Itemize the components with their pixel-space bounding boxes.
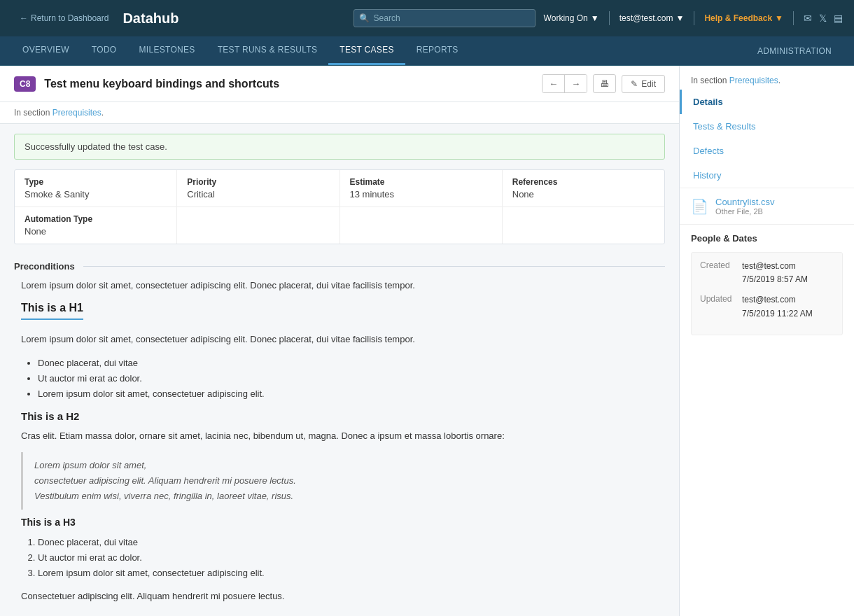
case-nav-arrows: ← → [542, 74, 587, 93]
search-icon: 🔍 [359, 13, 370, 23]
automation-cell: Automation Type None [15, 207, 177, 244]
nav-reports[interactable]: REPORTS [405, 36, 470, 65]
nav-todo[interactable]: TODO [80, 36, 128, 65]
return-dashboard-link[interactable]: ← Return to Dashboard [20, 13, 108, 23]
chevron-down-icon: ▼ [775, 13, 783, 23]
created-info: test@test.com 7/5/2019 8:57 AM [742, 260, 808, 286]
ordered-list: Donec placerat, dui vitae Ut auctor mi e… [21, 535, 658, 581]
case-id-badge: C8 [14, 76, 36, 92]
heading-1: This is a H1 [21, 302, 83, 320]
list-item: Ut auctor mi erat ac dolor. [38, 371, 658, 386]
top-bar: ← Return to Dashboard Datahub 🔍 Working … [0, 0, 854, 36]
help-feedback-button[interactable]: Help & Feedback ▼ [704, 13, 783, 23]
nav-bar: OVERVIEW TODO MILESTONES TEST RUNS & RES… [0, 36, 854, 66]
people-dates-title: People & Dates [691, 233, 843, 244]
section-link[interactable]: Prerequisites [52, 108, 102, 118]
created-row: Created test@test.com 7/5/2019 8:57 AM [700, 260, 834, 286]
updated-date: 7/5/2019 11:22 AM [742, 307, 813, 321]
nav-test-runs[interactable]: TEST RUNS & RESULTS [206, 36, 329, 65]
file-name[interactable]: Countrylist.csv [715, 197, 775, 207]
nav-test-cases[interactable]: TEST CASES [328, 36, 405, 65]
list-item: Donec placerat, dui vitae [38, 535, 658, 550]
main-layout: C8 Test menu keyboard bindings and short… [0, 66, 854, 616]
heading-2: This is a H2 [21, 410, 658, 422]
created-label: Created [700, 260, 742, 286]
references-label: References [512, 177, 654, 187]
sidebar-nav: Details Tests & Results Defects History [680, 90, 854, 188]
next-case-button[interactable]: → [565, 75, 587, 92]
automation-value: None [24, 226, 167, 237]
rss-icon[interactable]: ▤ [834, 13, 843, 24]
sidebar-nav-history[interactable]: History [680, 163, 854, 188]
print-button[interactable]: 🖶 [593, 74, 616, 93]
file-info: Countrylist.csv Other File, 2B [715, 197, 775, 216]
empty-cell-2 [340, 207, 503, 244]
updated-info: test@test.com 7/5/2019 11:22 AM [742, 293, 813, 320]
type-value: Smoke & Sanity [24, 189, 167, 200]
para-2: Lorem ipsum dolor sit amet, consectetuer… [21, 332, 658, 347]
list-item: Ut auctor mi erat ac dolor. [38, 550, 658, 566]
content-body: Lorem ipsum dolor sit amet, consectetuer… [0, 279, 679, 616]
arrow-left-icon: ← [20, 13, 28, 23]
type-label: Type [24, 177, 167, 187]
content-area: C8 Test menu keyboard bindings and short… [0, 66, 679, 616]
list-item: Donec placerat, dui vitae [38, 356, 658, 371]
automation-label: Automation Type [24, 214, 167, 224]
updated-row: Updated test@test.com 7/5/2019 11:22 AM [700, 293, 834, 320]
working-on-button[interactable]: Working On ▼ [544, 13, 599, 23]
details-row-2: Automation Type None [15, 207, 664, 244]
blockquote: Lorem ipsum dolor sit amet, consectetuer… [21, 452, 658, 510]
sidebar-section-link[interactable]: Prerequisites [729, 76, 778, 85]
references-cell: References None [503, 170, 664, 206]
user-menu-button[interactable]: test@test.com ▼ [620, 13, 685, 23]
sidebar: In section Prerequisites. Details Tests … [679, 66, 854, 616]
logo: Datahub [122, 10, 178, 27]
created-date: 7/5/2019 8:57 AM [742, 273, 808, 286]
chevron-down-icon: ▼ [591, 13, 599, 23]
edit-icon: ✎ [631, 79, 638, 89]
nav-milestones[interactable]: MILESTONES [128, 36, 206, 65]
nav-overview[interactable]: OVERVIEW [11, 36, 80, 65]
sidebar-nav-defects[interactable]: Defects [680, 139, 854, 163]
priority-cell: Priority Critical [177, 170, 340, 206]
heading-3: This is a H3 [21, 517, 658, 528]
top-right: Working On ▼ test@test.com ▼ Help & Feed… [544, 11, 843, 25]
edit-button[interactable]: ✎ Edit [622, 75, 665, 93]
list-item: Lorem ipsum dolor sit amet, consectetuer… [38, 566, 658, 581]
preconditions-header: Preconditions [0, 254, 679, 279]
para-3: Cras elit. Etiam massa dolor, ornare sit… [21, 429, 658, 444]
preconditions-title: Preconditions [14, 261, 75, 272]
mail-icon[interactable]: ✉ [804, 13, 812, 24]
details-row-1: Type Smoke & Sanity Priority Critical Es… [15, 170, 664, 207]
created-user: test@test.com [742, 260, 808, 273]
empty-cell-3 [503, 207, 664, 244]
references-value: None [512, 189, 654, 200]
nav-administration[interactable]: ADMINISTRATION [746, 36, 843, 65]
case-title: Test menu keyboard bindings and shortcut… [44, 78, 279, 90]
estimate-value: 13 minutes [350, 189, 492, 200]
top-icons: ✉ 𝕏 ▤ [804, 13, 843, 24]
list-item: Lorem ipsum dolor sit amet, consectetuer… [38, 386, 658, 402]
sidebar-file-section: 📄 Countrylist.csv Other File, 2B [680, 188, 854, 225]
priority-value: Critical [187, 189, 329, 200]
bullet-list: Donec placerat, dui vitae Ut auctor mi e… [21, 356, 658, 402]
updated-label: Updated [700, 293, 742, 320]
estimate-label: Estimate [350, 177, 492, 187]
section-breadcrumb: In section Prerequisites. [0, 102, 679, 124]
sidebar-nav-tests-results[interactable]: Tests & Results [680, 114, 854, 139]
details-table: Type Smoke & Sanity Priority Critical Es… [14, 169, 665, 244]
updated-user: test@test.com [742, 293, 813, 307]
estimate-cell: Estimate 13 minutes [340, 170, 503, 206]
empty-cell-1 [177, 207, 340, 244]
sidebar-nav-details[interactable]: Details [680, 90, 854, 114]
para-4: Consectetuer adipiscing elit. Aliquam he… [21, 589, 658, 604]
search-input[interactable] [354, 9, 536, 27]
search-box: 🔍 [354, 9, 536, 27]
file-meta: Other File, 2B [715, 207, 775, 216]
prev-case-button[interactable]: ← [542, 75, 565, 92]
success-message: Successfully updated the test case. [14, 134, 665, 160]
twitter-icon[interactable]: 𝕏 [819, 13, 827, 24]
case-header-right: ← → 🖶 ✎ Edit [542, 74, 665, 93]
sidebar-section-label: In section Prerequisites. [680, 66, 854, 90]
sidebar-file: 📄 Countrylist.csv Other File, 2B [691, 197, 843, 216]
